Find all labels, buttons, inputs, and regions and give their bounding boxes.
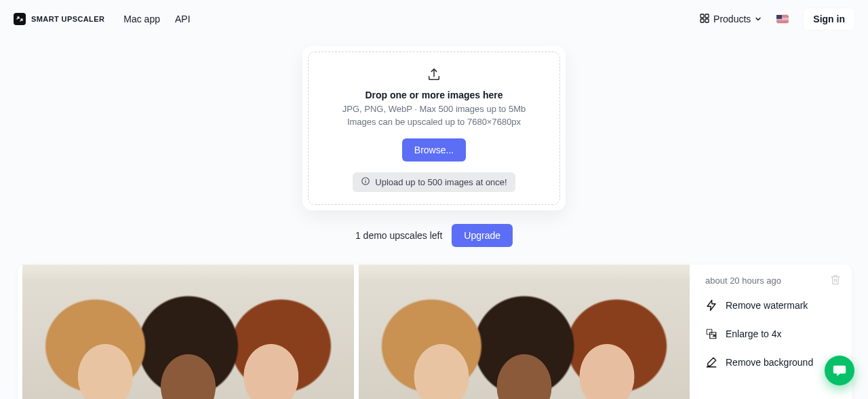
dropzone-subtitle-2: Images can be upscaled up to 7680×7680px <box>347 116 521 129</box>
products-menu[interactable]: Products <box>700 14 762 25</box>
upload-icon <box>427 67 441 84</box>
action-remove-background-label: Remove background <box>726 357 813 368</box>
browse-button[interactable]: Browse... <box>402 138 466 162</box>
action-remove-background[interactable]: Remove background <box>705 352 841 373</box>
nav-api[interactable]: API <box>175 14 191 24</box>
action-remove-watermark[interactable]: Remove watermark <box>705 295 841 316</box>
locale-flag-icon[interactable] <box>776 15 789 23</box>
info-icon <box>361 176 370 188</box>
result-image-original[interactable] <box>22 265 354 399</box>
erase-icon <box>705 356 717 368</box>
support-chat-button[interactable] <box>825 356 854 385</box>
svg-rect-2 <box>701 19 704 22</box>
signin-button[interactable]: Sign in <box>804 8 854 30</box>
bulk-upload-info: Upload up to 500 images at once! <box>353 172 515 192</box>
demo-row: 1 demo upscales left Upgrade <box>355 224 513 247</box>
dropzone-title: Drop one or more images here <box>365 90 502 100</box>
svg-rect-1 <box>705 14 709 18</box>
demo-remaining: 1 demo upscales left <box>355 230 442 241</box>
dropzone[interactable]: Drop one or more images here JPG, PNG, W… <box>308 52 560 205</box>
chat-icon <box>832 363 847 378</box>
result-image-upscaled[interactable] <box>359 265 690 399</box>
upgrade-button[interactable]: Upgrade <box>452 224 513 247</box>
result-card: about 20 hours ago Remove watermark Enla… <box>18 265 852 399</box>
action-enlarge-4x-label: Enlarge to 4x <box>726 328 782 339</box>
upload-card: Drop one or more images here JPG, PNG, W… <box>302 46 566 210</box>
brand-text: SMART UPSCALER <box>31 15 104 23</box>
grid-icon <box>700 14 709 25</box>
svg-rect-0 <box>701 14 704 18</box>
products-label: Products <box>713 14 751 24</box>
primary-nav: Mac app API <box>123 14 190 24</box>
action-remove-watermark-label: Remove watermark <box>726 300 808 311</box>
trash-icon <box>830 274 841 285</box>
action-enlarge-4x[interactable]: Enlarge to 4x <box>705 324 841 344</box>
svg-rect-3 <box>705 19 709 22</box>
bolt-icon <box>705 299 717 311</box>
app-header: SMART UPSCALER Mac app API Products Sign… <box>0 0 868 38</box>
bulk-upload-text: Upload up to 500 images at once! <box>375 177 507 187</box>
enlarge-icon <box>705 328 717 340</box>
chevron-down-icon <box>755 14 762 24</box>
nav-mac-app[interactable]: Mac app <box>123 14 160 24</box>
upscaler-logo-icon <box>14 13 26 25</box>
brand[interactable]: SMART UPSCALER <box>14 13 104 25</box>
result-timestamp: about 20 hours ago <box>705 276 781 286</box>
svg-rect-7 <box>707 329 712 335</box>
delete-result-button[interactable] <box>830 274 841 287</box>
dropzone-subtitle-1: JPG, PNG, WebP · Max 500 images up to 5M… <box>342 103 526 116</box>
